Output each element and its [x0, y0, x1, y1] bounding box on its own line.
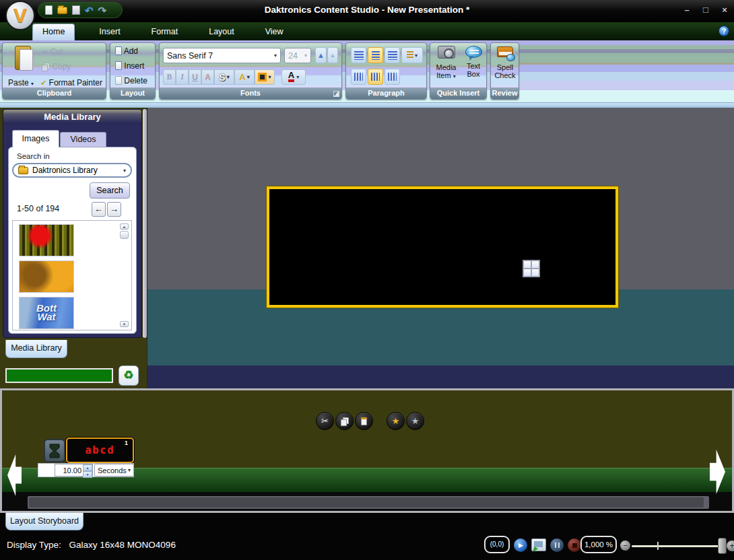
close-button[interactable]: × [719, 5, 730, 15]
thumbnail-scrollbar[interactable]: ▲ ▼ [120, 223, 129, 327]
zoom-slider-track[interactable] [632, 545, 719, 547]
scroll-up-icon[interactable]: ▲ [120, 223, 129, 230]
align-center-button[interactable] [368, 47, 383, 63]
thumbnail-3[interactable]: Bott Wat [19, 297, 74, 329]
line-spacing-button[interactable]: ▾ [401, 47, 423, 63]
next-page-button[interactable]: → [107, 202, 121, 217]
underline-button[interactable]: U [189, 69, 201, 85]
tab-insert[interactable]: Insert [92, 24, 127, 40]
storyboard-copy-button[interactable] [335, 412, 354, 430]
paste-icon[interactable] [15, 46, 35, 73]
insert-button[interactable]: Insert [115, 61, 144, 71]
font-size-select[interactable]: 24 ▾ [284, 48, 311, 63]
tab-layout[interactable]: Layout [202, 24, 241, 40]
display-type-label: Display Type: [7, 540, 61, 550]
scrollbar-thumb[interactable] [120, 231, 129, 239]
cut-label: Cut [51, 47, 63, 57]
sidebar-scrollbar[interactable] [143, 109, 147, 338]
tab-videos[interactable]: Videos [60, 132, 106, 147]
group-layout: Add Insert Delete Layout [110, 42, 156, 100]
refresh-button[interactable]: ♻ [119, 365, 139, 386]
zoom-in-button[interactable]: + [727, 540, 734, 551]
display-preview[interactable] [267, 186, 618, 308]
pause-button[interactable] [550, 538, 564, 552]
grow-font-button[interactable]: ▲ [315, 47, 327, 63]
effects-button[interactable]: A ▾ [234, 69, 255, 85]
font-name-value: Sans Serif 7 [167, 51, 213, 61]
group-label-fonts: Fonts [160, 88, 341, 99]
storyboard-frame-1[interactable]: abcd 1 [66, 438, 134, 463]
thumbnail-2[interactable] [19, 260, 74, 293]
cut-button[interactable]: ✂ Cut [42, 47, 63, 57]
ribbon-tab-bar: Home Insert Format Layout View ? [0, 22, 734, 40]
font-color-button[interactable]: A ▾ [281, 69, 306, 85]
add-button[interactable]: Add [115, 46, 138, 56]
paste-button[interactable]: Paste ▾ [8, 78, 34, 88]
canvas-navy-band [147, 365, 734, 388]
spinner-buttons[interactable]: ▲ ▼ [83, 464, 92, 476]
zoom-slider-thumb[interactable] [718, 538, 727, 554]
minimize-button[interactable]: – [681, 5, 692, 15]
shrink-font-button[interactable]: ▲ [327, 47, 338, 63]
media-library-bottom-tab[interactable]: Media Library [5, 340, 67, 358]
play-button[interactable]: ▶ [514, 538, 527, 552]
previous-page-button[interactable]: ← [92, 202, 106, 217]
border-button[interactable]: ▾ [255, 69, 275, 85]
valign-top-button[interactable] [351, 69, 366, 85]
send-to-display-button[interactable] [531, 538, 546, 551]
text-box-button[interactable]: Text Box [461, 46, 486, 78]
storyboard-hscrollbar-thumb[interactable] [29, 497, 704, 508]
fonts-dialog-launcher-icon[interactable] [333, 91, 339, 97]
duration-spinner[interactable]: 10.00 ▲ ▼ [55, 464, 93, 477]
font-name-select[interactable]: Sans Serif 7 ▾ [163, 48, 281, 63]
tab-images[interactable]: Images [12, 130, 59, 147]
maximize-button[interactable]: □ [700, 5, 711, 15]
search-button[interactable]: Search [90, 182, 130, 199]
storyboard-hscrollbar[interactable] [28, 496, 709, 509]
italic-button[interactable]: I [176, 69, 189, 85]
insert-label: Insert [124, 61, 144, 71]
format-painter-icon: ✔ [40, 79, 46, 87]
hourglass-icon[interactable] [44, 439, 65, 462]
copy-button[interactable]: Copy [42, 62, 71, 71]
logo-v: V [13, 4, 27, 27]
media-item-button[interactable]: Media Item ▾ [432, 46, 460, 81]
valign-bottom-button[interactable] [385, 69, 400, 85]
align-right-button[interactable] [385, 47, 400, 63]
gold-star-icon: ★ [392, 416, 400, 426]
strikethrough-button[interactable]: A [201, 69, 214, 85]
layout-storyboard-tab[interactable]: Layout Storyboard [5, 513, 84, 530]
spin-down-icon[interactable]: ▼ [83, 471, 92, 478]
stop-button[interactable] [568, 538, 581, 552]
zoom-out-button[interactable]: − [620, 540, 630, 551]
spin-up-icon[interactable]: ▲ [83, 464, 92, 471]
app-logo[interactable]: V [5, 1, 35, 30]
duration-unit-select[interactable]: Seconds ▾ [94, 464, 134, 477]
layout-canvas[interactable] [147, 108, 734, 388]
align-left-button[interactable] [351, 47, 366, 63]
bold-button[interactable]: B [163, 69, 176, 85]
storyboard-cut-button[interactable]: ✂ [316, 412, 334, 430]
shadow-button[interactable]: S ▾ [214, 69, 234, 85]
format-painter-button[interactable]: ✔ Format Painter [40, 78, 102, 88]
ribbon-separator [0, 102, 734, 108]
scroll-down-icon[interactable]: ▼ [120, 321, 129, 327]
help-icon[interactable]: ? [719, 26, 729, 36]
spell-check-button[interactable]: Spell Check [492, 46, 518, 79]
unfavorite-star-button[interactable]: ★ [406, 412, 424, 430]
align-right-icon [388, 51, 397, 60]
tab-format[interactable]: Format [145, 24, 185, 40]
caret-down-icon: ▾ [453, 73, 456, 79]
tab-home[interactable]: Home [32, 24, 75, 40]
spell-check-book-icon [497, 46, 513, 57]
pause-bar-icon [558, 542, 560, 548]
valign-middle-button[interactable] [368, 69, 383, 85]
library-select[interactable]: Daktronics Library ▾ [12, 163, 132, 178]
display-type-value: Galaxy 16x48 MONO4096 [69, 540, 176, 550]
storyboard-paste-button[interactable] [355, 412, 373, 430]
delete-button[interactable]: Delete [115, 76, 147, 85]
tab-view[interactable]: View [259, 24, 290, 40]
thumbnail-1[interactable] [19, 224, 74, 256]
grid-handle-icon[interactable] [523, 260, 540, 277]
favorite-star-button[interactable]: ★ [387, 412, 405, 430]
